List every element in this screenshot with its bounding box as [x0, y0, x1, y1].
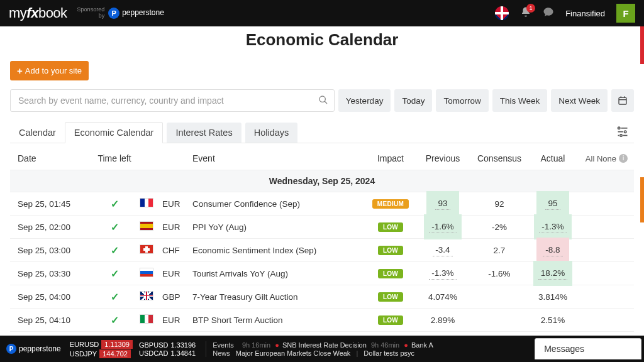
- search-input[interactable]: [10, 89, 335, 112]
- cell-actual: -8.8: [528, 239, 577, 261]
- range-next-week[interactable]: Next Week: [551, 89, 608, 112]
- table-row[interactable]: Sep 25, 03:00 ✓ CHF Economic Sentiment I…: [10, 239, 634, 262]
- cell-currency: EUR: [162, 315, 192, 325]
- check-icon: ✓: [111, 268, 119, 279]
- cell-flag: [140, 268, 162, 279]
- ticker-pair[interactable]: USDJPY144.702: [70, 349, 133, 358]
- ticker-brand[interactable]: P pepperstone: [6, 344, 61, 354]
- cell-currency: EUR: [162, 222, 192, 232]
- impact-badge: LOW: [378, 315, 403, 325]
- tab-holidays[interactable]: Holidays: [245, 123, 298, 143]
- cell-previous: 2.89%: [415, 309, 470, 331]
- ticker-event-text[interactable]: Bank A: [411, 341, 433, 349]
- cell-previous: -3.4: [415, 239, 470, 261]
- svg-point-6: [618, 127, 620, 129]
- cell-actual: 2.51%: [528, 309, 577, 331]
- table-row[interactable]: Sep 25, 02:00 ✓ EUR PPI YoY (Aug) LOW -1…: [10, 216, 634, 239]
- check-icon: ✓: [111, 292, 119, 302]
- cell-time: ✓: [89, 221, 140, 233]
- table-header: Date Time left Event Impact Previous Con…: [10, 147, 634, 170]
- notifications-icon[interactable]: 1: [520, 6, 531, 21]
- cell-currency: EUR: [162, 269, 192, 278]
- cell-consensus: [470, 309, 528, 331]
- cell-currency: CHF: [162, 246, 192, 255]
- chat-icon[interactable]: [543, 6, 554, 21]
- username[interactable]: Finansified: [565, 9, 605, 18]
- range-yesterday[interactable]: Yesterday: [338, 89, 391, 112]
- th-time-left[interactable]: Time left: [89, 153, 140, 163]
- logo[interactable]: myfxbook: [9, 5, 67, 21]
- ticker-pair[interactable]: EURUSD1.11309: [70, 340, 133, 349]
- th-previous[interactable]: Previous: [415, 153, 470, 163]
- table-row[interactable]: Sep 25, 01:45 ✓ EUR Consumer Confidence …: [10, 192, 634, 216]
- th-date[interactable]: Date: [14, 153, 89, 163]
- tab-interest-rates[interactable]: Interest Rates: [167, 123, 241, 143]
- range-this-week[interactable]: This Week: [492, 89, 548, 112]
- sponsor-name: pepperstone: [122, 9, 164, 17]
- cell-event[interactable]: BTP Short Term Auction: [192, 315, 366, 325]
- cell-consensus: -1.6%: [470, 262, 528, 285]
- impact-badge: LOW: [378, 222, 403, 232]
- plus-icon: +: [17, 65, 23, 76]
- table-row[interactable]: Sep 25, 03:30 ✓ EUR Tourist Arrivals YoY…: [10, 262, 634, 285]
- ticker-news-item[interactable]: Major European Markets Close Weak: [236, 349, 351, 357]
- settings-icon[interactable]: [611, 122, 634, 143]
- svg-point-10: [620, 134, 622, 136]
- th-actual[interactable]: Actual: [528, 153, 577, 163]
- cell-event[interactable]: PPI YoY (Aug): [192, 222, 366, 232]
- cell-time: ✓: [89, 268, 140, 280]
- cell-flag: [140, 221, 162, 233]
- messages-label: Messages: [544, 344, 584, 354]
- ticker-news-label: News: [213, 349, 230, 357]
- ticker-event-text[interactable]: SNB Interest Rate Decision: [282, 341, 367, 349]
- language-flag-icon[interactable]: [495, 6, 509, 20]
- check-icon: ✓: [111, 222, 119, 233]
- ticker-pair[interactable]: GBPUSD1.33196: [139, 341, 196, 349]
- avatar[interactable]: F: [616, 4, 635, 23]
- ticker-news-item[interactable]: Dollar tests psyc: [364, 349, 414, 357]
- flag-icon: [140, 314, 153, 324]
- range-tomorrow[interactable]: Tomorrow: [436, 89, 488, 112]
- notification-count: 1: [526, 4, 535, 13]
- search-box: [10, 89, 335, 112]
- tab-calendar[interactable]: Calendar: [10, 123, 65, 143]
- cell-actual: 18.2%: [528, 262, 577, 285]
- cell-event[interactable]: 7-Year Treasury Gilt Auction: [192, 292, 366, 302]
- cell-event[interactable]: Economic Sentiment Index (Sep): [192, 246, 366, 255]
- cell-consensus: -2%: [470, 216, 528, 238]
- dot-icon: ●: [404, 341, 408, 349]
- ticker-pair[interactable]: USDCAD1.34841: [139, 349, 196, 357]
- flag-icon: [140, 291, 153, 300]
- cell-previous: 4.074%: [415, 285, 470, 308]
- date-picker-button[interactable]: [611, 89, 634, 112]
- cell-actual: 95: [528, 192, 577, 215]
- messages-panel[interactable]: Messages: [535, 338, 641, 359]
- sponsored-by[interactable]: Sponsored by P pepperstone: [77, 7, 164, 19]
- add-to-site-button[interactable]: + Add to your site: [10, 61, 89, 80]
- cell-date: Sep 25, 04:10: [14, 315, 89, 325]
- logo-book: book: [38, 5, 67, 21]
- flag-icon: [140, 221, 153, 231]
- cell-event[interactable]: Tourist Arrivals YoY (Aug): [192, 269, 366, 278]
- cell-time: ✓: [89, 198, 140, 210]
- cell-event[interactable]: Consumer Confidence (Sep): [192, 199, 366, 209]
- range-today[interactable]: Today: [394, 89, 432, 112]
- th-all-none[interactable]: All Nonei: [577, 154, 630, 163]
- impact-badge: MEDIUM: [372, 199, 409, 209]
- cell-actual: -1.3%: [528, 216, 577, 238]
- cell-impact: LOW: [366, 245, 415, 255]
- table-row[interactable]: Sep 25, 04:00 ✓ GBP 7-Year Treasury Gilt…: [10, 285, 634, 309]
- cell-date: Sep 25, 02:00: [14, 222, 89, 232]
- th-impact[interactable]: Impact: [366, 153, 415, 163]
- th-consensus[interactable]: Consensus: [470, 153, 528, 163]
- tab-economic-calendar[interactable]: Economic Calendar: [65, 122, 164, 143]
- cell-date: Sep 25, 01:45: [14, 199, 89, 209]
- cell-time: ✓: [89, 244, 140, 256]
- cell-flag: [140, 198, 162, 209]
- check-icon: ✓: [111, 199, 119, 209]
- pepperstone-icon: P: [108, 8, 119, 19]
- table-row[interactable]: Sep 25, 04:10 ✓ EUR BTP Short Term Aucti…: [10, 309, 634, 332]
- cell-impact: MEDIUM: [366, 199, 415, 209]
- check-icon: ✓: [111, 315, 119, 326]
- th-event[interactable]: Event: [192, 153, 366, 163]
